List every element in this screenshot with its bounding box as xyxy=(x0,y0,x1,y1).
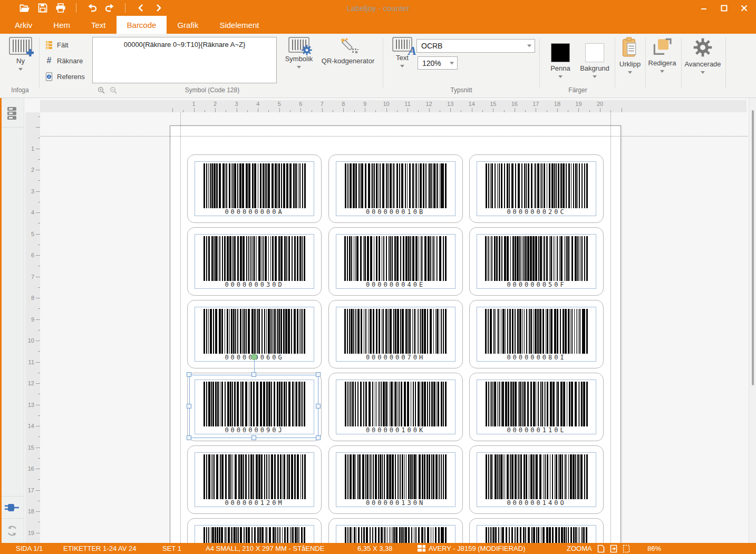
ruler-tick xyxy=(38,415,40,416)
ruler-tick xyxy=(38,266,40,266)
toolbar-separator xyxy=(76,3,76,13)
edit-button[interactable]: Redigera xyxy=(646,37,678,73)
new-barcode-button[interactable]: Ny xyxy=(6,37,35,71)
referens-button[interactable]: i Referens xyxy=(45,71,85,82)
ruler-number: 10 xyxy=(383,101,389,107)
ruler-tick xyxy=(493,108,493,112)
save-icon[interactable] xyxy=(37,3,49,13)
zoom-page-icon[interactable] xyxy=(597,543,605,554)
font-size-combo[interactable]: 120% xyxy=(418,56,458,70)
falt-button[interactable]: Fält xyxy=(45,39,69,51)
maximize-button[interactable] xyxy=(716,1,732,15)
tab-grafik[interactable]: Grafik xyxy=(167,16,209,34)
barcode-label[interactable]: 000000050F xyxy=(469,227,604,296)
symbolik-button[interactable]: Symbolik xyxy=(282,37,316,69)
tab-barcode[interactable]: Barcode xyxy=(117,16,167,34)
barcode-label[interactable]: 000000100K xyxy=(328,373,463,441)
tab-arkiv[interactable]: Arkiv xyxy=(4,16,43,34)
canvas[interactable]: 000000000A000000010B000000020C000000030D… xyxy=(40,112,749,543)
refresh-icon[interactable] xyxy=(4,523,20,539)
barcode-label[interactable]: 000000070H xyxy=(328,300,463,368)
ruler-number: 3 xyxy=(235,101,238,107)
ruler-tick xyxy=(301,108,301,112)
selection-handle[interactable] xyxy=(316,372,321,377)
text-button[interactable]: A Text xyxy=(389,37,415,67)
selection-handle[interactable] xyxy=(251,435,256,440)
open-file-icon[interactable] xyxy=(19,3,31,13)
minimize-button[interactable] xyxy=(696,1,712,15)
barcode-label[interactable] xyxy=(187,518,322,543)
window-edge xyxy=(0,98,2,543)
status-template[interactable]: AVERY - J8159 (MODIFIERAD) xyxy=(418,543,526,554)
scrollbar-thumb[interactable] xyxy=(752,110,754,385)
barcode-text: 000000140O xyxy=(507,499,566,507)
ruler-number: 7 xyxy=(321,101,324,107)
barcode-new-icon xyxy=(9,37,32,55)
close-button[interactable] xyxy=(736,1,752,15)
selection-handle[interactable] xyxy=(316,404,321,409)
background-color-button[interactable]: Bakgrund xyxy=(579,43,610,78)
barcode-label[interactable]: 000000030D xyxy=(187,227,322,296)
barcode-label[interactable]: 000000080I xyxy=(469,300,604,368)
selection-handle[interactable] xyxy=(187,435,191,440)
layers-panel-icon[interactable] xyxy=(4,105,20,121)
barcode-text: 000000040E xyxy=(366,281,425,288)
next-icon[interactable] xyxy=(153,3,164,13)
ruler-number: 8 xyxy=(342,101,345,107)
selection-handle[interactable] xyxy=(316,435,321,440)
status-paper: A4 SMALL, 210 X 297 MM - STåENDE xyxy=(206,543,324,554)
barcode-bars xyxy=(344,309,447,354)
pen-color-button[interactable]: Penna xyxy=(547,43,574,78)
rotation-handle[interactable] xyxy=(251,354,257,360)
barcode-label[interactable]: 000000110L xyxy=(469,373,604,441)
status-set: SET 1 xyxy=(162,543,181,554)
zoom-fit-width-icon[interactable] xyxy=(610,543,617,554)
rotation-handle-line xyxy=(254,358,255,373)
barcode-label[interactable]: 000000000A xyxy=(187,154,322,223)
ruler-tick xyxy=(354,110,355,112)
barcode-label[interactable] xyxy=(469,518,604,543)
barcode-label[interactable]: 000000140O xyxy=(469,445,604,514)
selection-box[interactable] xyxy=(189,375,318,438)
barcode-label[interactable]: 000000130N xyxy=(328,445,463,514)
ruler-tick xyxy=(36,170,40,170)
font-name-combo[interactable]: OCRB xyxy=(416,39,535,53)
barcode-frame: 000000050F xyxy=(477,234,596,289)
undo-icon[interactable] xyxy=(86,3,98,13)
selection-handle[interactable] xyxy=(187,372,191,377)
barcode-bars xyxy=(345,382,447,426)
selection-handle[interactable] xyxy=(187,404,191,409)
qr-generator-button[interactable]: ★★ QR-kodgenerator xyxy=(317,37,379,65)
advanced-button[interactable]: Avancerade xyxy=(682,37,723,74)
previous-icon[interactable] xyxy=(135,3,147,13)
ruler-tick xyxy=(36,533,40,533)
barcode-label[interactable] xyxy=(328,518,463,543)
ruler-horizontal: 1234567891011121314151617181920 xyxy=(40,100,747,112)
application-window: Labeljoy - counter Arkiv Hem Text Barcod… xyxy=(0,0,756,554)
ruler-tick xyxy=(226,110,226,112)
tab-sidelement[interactable]: Sidelement xyxy=(209,16,269,34)
barcode-label[interactable]: 000000040E xyxy=(328,227,463,296)
barcode-content-field[interactable]: 00000{Räknare 0~9:T10}{Räknare A~Z} xyxy=(92,37,277,83)
plugin-icon[interactable] xyxy=(4,500,20,516)
ruler-tick xyxy=(333,110,333,112)
ruler-tick xyxy=(578,108,579,112)
tab-hem[interactable]: Hem xyxy=(43,16,81,34)
barcode-bars xyxy=(345,163,447,208)
zoom-fit-selection-icon[interactable] xyxy=(623,543,630,554)
barcode-label[interactable]: 000000010B xyxy=(328,154,463,223)
selection-handle[interactable] xyxy=(251,372,256,377)
ruler-number: 3 xyxy=(31,188,34,195)
barcode-frame: 000000080I xyxy=(477,307,596,362)
vertical-scrollbar[interactable] xyxy=(749,98,756,543)
tab-text[interactable]: Text xyxy=(81,16,117,34)
clipboard-button[interactable]: Urklipp xyxy=(616,37,644,74)
redo-icon[interactable] xyxy=(104,3,115,13)
raknare-button[interactable]: # Räknare xyxy=(45,55,83,66)
print-icon[interactable] xyxy=(55,3,66,13)
barcode-frame: 000000140O xyxy=(477,452,596,507)
barcode-label[interactable]: 000000120M xyxy=(187,445,322,514)
ribbon-tabbar: Arkiv Hem Text Barcode Grafik Sidelement… xyxy=(0,16,756,34)
barcode-label[interactable]: 000000020C xyxy=(469,154,604,223)
ruler-tick xyxy=(38,436,40,437)
